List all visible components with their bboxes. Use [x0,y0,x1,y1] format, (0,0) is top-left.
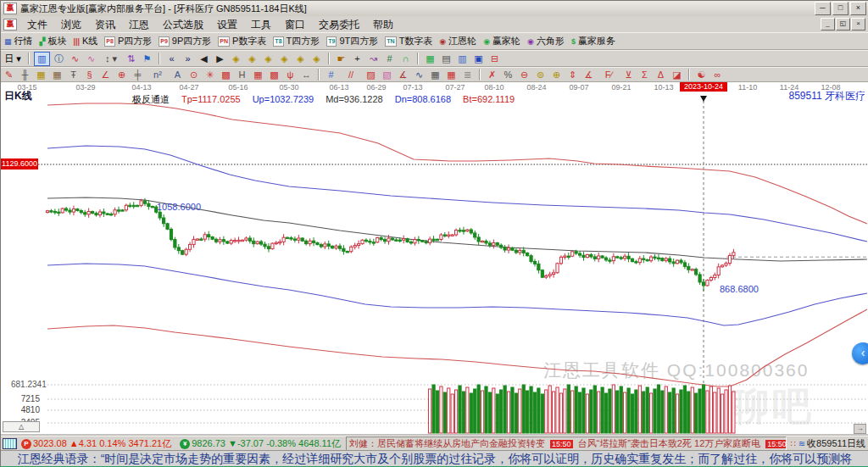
hexagon-button[interactable]: ◉六角形 [527,35,565,47]
menu-item-2[interactable]: 资讯 [88,17,122,32]
grid-hash-icon[interactable]: ╪ [131,69,145,81]
price-grid-icon[interactable]: ▩ [219,69,233,81]
menu-item-8[interactable]: 交易委托 [312,17,366,32]
menu-item-9[interactable]: 帮助 [366,17,400,32]
rays-icon[interactable]: // [340,69,362,81]
chart-mode-icon[interactable]: ∩ [398,53,413,65]
crosshair-tool-icon[interactable]: + [350,53,364,65]
side-panel-toggle-button[interactable]: ‹ [852,342,868,364]
price-ruler-icon[interactable]: Ŧ [66,69,81,81]
close-button[interactable]: × [850,2,866,15]
angle-tool-icon[interactable]: ∡ [581,69,596,81]
t-table-button[interactable]: TNT数字表 [385,35,432,47]
gann-grid-gold-icon[interactable]: ▦ [34,69,48,81]
adjust-price-icon[interactable]: ⇅ [124,53,138,65]
red-grid-icon[interactable]: ▦ [251,69,265,81]
zoom-out-y-icon[interactable]: ◈ [261,53,275,65]
prev-bar-icon[interactable]: ◀ [197,53,211,65]
zigzag-alt-icon[interactable]: ∿ [84,53,98,65]
minimize-button[interactable]: ─ [815,2,831,15]
p-square-button[interactable]: P8P四方形 [104,35,152,47]
h-channel-icon[interactable]: Η [235,69,249,81]
pink-box-icon[interactable]: ▧ [380,69,394,81]
gold-section-icon[interactable]: ⊜ [533,69,548,81]
info-icon[interactable]: ⓘ [52,53,66,65]
menu-item-7[interactable]: 窗口 [278,17,312,32]
sz-index-quote[interactable]: 9826.73 ▼-37.07 -0.38% 4648.11亿 [192,437,341,450]
first-bar-icon[interactable]: « [164,53,179,65]
a-wave-icon[interactable]: A [170,69,185,81]
menu-item-3[interactable]: 江恩 [122,17,156,32]
gann-circle-icon[interactable]: ⊙ [186,69,201,81]
red-box-icon[interactable]: ▩ [267,69,281,81]
wave-icon[interactable]: ∿ [412,69,426,81]
pointer-tool-icon[interactable]: ↝ [366,53,381,65]
zoom-all-icon[interactable]: ◈ [309,53,324,65]
tab-daily-kline[interactable]: 日K线 [4,89,32,103]
save-icon[interactable]: ▣ [471,53,486,65]
star-burst-icon[interactable]: ✳ [203,69,217,81]
keyboard-wizard-icon[interactable] [3,438,17,449]
quotes-button[interactable]: ▦行情 [4,35,33,47]
pane-layout-icon[interactable]: ▥ [34,52,50,66]
yin-yang-icon[interactable]: ☯ [694,69,709,81]
blue-box-tool-icon[interactable]: # [324,69,338,81]
sectors-button[interactable]: ▞板块 [40,35,67,47]
next-bar-icon[interactable]: ▶ [213,53,227,65]
fan-lines-icon[interactable]: ψ [283,69,298,81]
sz-index-icon[interactable]: ¥ [180,439,190,449]
retrace-icon[interactable]: ⊖ [517,69,531,81]
kline-button[interactable]: |||K线 [73,35,97,47]
calendar-icon[interactable]: ▦ [423,53,437,65]
n-square-icon[interactable]: n² [147,69,169,81]
collapse-pane-button[interactable]: △ [3,421,40,432]
child-close-button[interactable]: × [851,18,865,31]
sh-index-quote[interactable]: 3023.08 ▲4.31 0.14% 3471.21亿 [33,437,171,450]
menu-item-0[interactable]: 文件 [20,17,54,32]
zoom-fit-icon[interactable]: ◈ [293,53,308,65]
menu-item-5[interactable]: 设置 [210,17,244,32]
percent-icon[interactable]: % [501,69,515,81]
flag-icon[interactable]: ⚑ [140,53,154,65]
gann-grid-icon[interactable]: ▦ [50,69,64,81]
draw-pencil-icon[interactable]: ✎ [2,69,16,81]
zoom-in-x-icon[interactable]: ◈ [245,53,259,65]
fib-lines-icon[interactable]: ╫ [18,69,32,81]
f-line-icon[interactable]: F∕ [598,69,620,81]
menu-item-6[interactable]: 工具 [244,17,278,32]
hand-tool-icon[interactable]: ☛ [334,53,348,65]
gann-wheel-button[interactable]: ◉江恩轮 [439,35,476,47]
zoom-out-x-icon[interactable]: ◈ [229,53,243,65]
sum-tool-icon[interactable]: Σ [637,69,652,81]
angle-measure-icon[interactable]: ∡ [396,69,410,81]
hlines-icon[interactable]: ≣ [460,69,475,81]
winner-wheel-button[interactable]: ◉赢家轮 [483,35,520,47]
circle-cross-icon[interactable]: ⊕ [114,69,129,81]
updown-icon[interactable]: ⇕ [565,69,580,81]
child-minimize-button[interactable]: _ [821,18,835,31]
kline-chart-canvas[interactable] [1,82,868,436]
last-bar-icon[interactable]: » [181,53,195,65]
table-icon[interactable]: ▦ [428,69,442,81]
red-table-icon[interactable]: ▦ [444,69,459,81]
menu-item-1[interactable]: 浏览 [54,17,88,32]
hscroll-right-button[interactable]: → [854,424,866,434]
zoom-in-y-icon[interactable]: ◈ [277,53,292,65]
notebook-icon[interactable]: ▥ [455,53,470,65]
expand-bars-icon[interactable]: ↔ [299,69,314,81]
maximize-button[interactable]: □ [832,2,849,15]
9t-square-button[interactable]: T99T四方形 [326,35,378,47]
v-tool-icon[interactable]: ⊻ [621,69,636,81]
calculator-icon[interactable]: ▤ [439,53,453,65]
sh-index-icon[interactable]: P [21,439,31,449]
winner-service-button[interactable]: $赢家服务 [571,35,615,47]
9p-square-button[interactable]: P99P四方形 [159,35,211,47]
zigzag-icon[interactable]: ∿ [68,53,82,65]
shade-box-icon[interactable]: ▨ [364,69,378,81]
t-square-button[interactable]: T8T四方形 [273,35,320,47]
gann-section-icon[interactable]: ⊕ [549,69,564,81]
order-cart-icon[interactable]: ⊟ [487,53,502,65]
candle-style-dropdown[interactable]: ↕ ▾ [100,53,122,65]
kline-chart-pane[interactable]: 江恩工具软件 QQ:100800360 聊吧 03-1503-2904-1304… [1,82,868,436]
period-day-dropdown[interactable]: 日 ▾ [2,53,24,65]
